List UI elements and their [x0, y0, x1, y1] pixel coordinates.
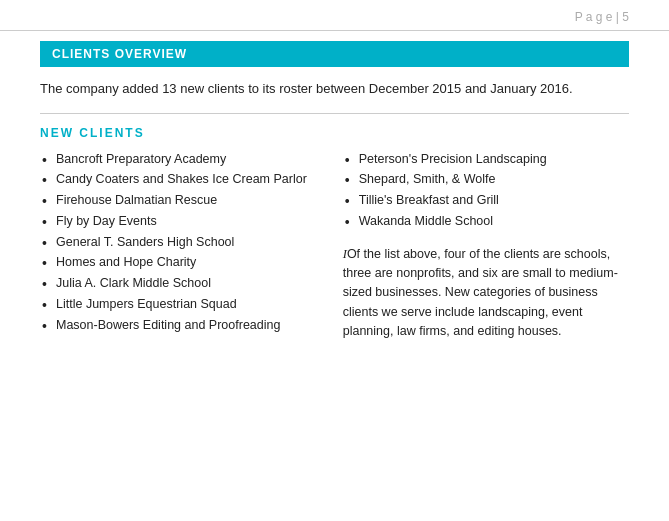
list-item: General T. Sanders High School	[40, 233, 323, 252]
list-item: Fly by Day Events	[40, 212, 323, 231]
intro-paragraph: The company added 13 new clients to its …	[40, 79, 629, 99]
right-column: Peterson's Precision Landscaping Shepard…	[343, 150, 629, 342]
list-item: Bancroft Preparatory Academy	[40, 150, 323, 169]
page-header: P a g e | 5	[0, 0, 669, 31]
divider	[40, 113, 629, 114]
list-item: Peterson's Precision Landscaping	[343, 150, 629, 169]
new-clients-label: NEW CLIENTS	[40, 126, 629, 140]
list-item: Homes and Hope Charity	[40, 253, 323, 272]
list-item: Candy Coaters and Shakes Ice Cream Parlo…	[40, 170, 323, 189]
list-item: Julia A. Clark Middle School	[40, 274, 323, 293]
list-item: Shepard, Smith, & Wolfe	[343, 170, 629, 189]
list-item: Wakanda Middle School	[343, 212, 629, 231]
page-number: P a g e | 5	[575, 10, 629, 24]
section-title: CLIENTS OVERVIEW	[52, 47, 187, 61]
left-column: Bancroft Preparatory Academy Candy Coate…	[40, 150, 323, 337]
summary-paragraph: IOf the list above, four of the clients …	[343, 245, 629, 342]
section-title-bar: CLIENTS OVERVIEW	[40, 41, 629, 67]
page-container: CLIENTS OVERVIEW The company added 13 ne…	[0, 31, 669, 361]
list-item: Mason-Bowers Editing and Proofreading	[40, 316, 323, 335]
left-bullet-list: Bancroft Preparatory Academy Candy Coate…	[40, 150, 323, 335]
list-item: Tillie's Breakfast and Grill	[343, 191, 629, 210]
list-item: Little Jumpers Equestrian Squad	[40, 295, 323, 314]
right-bullet-list: Peterson's Precision Landscaping Shepard…	[343, 150, 629, 231]
list-item: Firehouse Dalmatian Rescue	[40, 191, 323, 210]
two-column-layout: Bancroft Preparatory Academy Candy Coate…	[40, 150, 629, 342]
